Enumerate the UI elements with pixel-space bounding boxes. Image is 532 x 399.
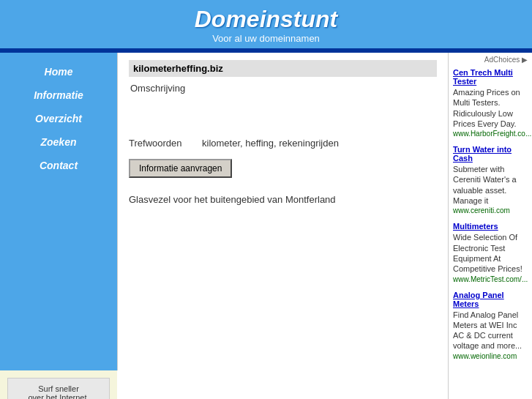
bottom-row: Surf sneller over het Internet. Download… <box>0 370 532 399</box>
ad-block-3: Analog Panel MetersFind Analog Panel Met… <box>453 291 528 360</box>
bottom-content: © Copyright 2011 RobEnde Internet Servic… <box>117 370 448 399</box>
ad-title-1[interactable]: Turn Water into Cash <box>453 145 528 163</box>
ad-text-2: Wide Selection Of Electronic Test Equipm… <box>453 232 528 274</box>
content-area: kilometerheffing.biz Omschrijving Trefwo… <box>117 53 448 370</box>
ad-text-0: Amazing Prices on Multi Testers. Ridicul… <box>453 87 528 129</box>
ad-title-3[interactable]: Analog Panel Meters <box>453 291 528 308</box>
bottom-left: Surf sneller over het Internet. Download… <box>0 370 117 399</box>
site-title: Domeinstunt <box>0 6 532 33</box>
ad-url-2[interactable]: www.MetricTest.com/... <box>453 275 528 283</box>
domain-title: kilometerheffing.biz <box>129 60 437 77</box>
ad-sidebar-bottom <box>448 370 532 399</box>
trefwoorden-label: Trefwoorden <box>129 138 187 149</box>
ad-block-2: MultimetersWide Selection Of Electronic … <box>453 222 528 283</box>
sidebar-item-contact[interactable]: Contact <box>0 154 117 177</box>
site-subtitle: Voor al uw domeinnamen <box>0 33 532 44</box>
sidebar-item-home[interactable]: Home <box>0 60 117 83</box>
sidebar-item-overzicht[interactable]: Overzicht <box>0 107 117 130</box>
firefox-line1: Surf sneller <box>38 384 79 393</box>
header: Domeinstunt Voor al uw domeinnamen <box>0 0 532 48</box>
ad-url-3[interactable]: www.weionline.com <box>453 352 528 360</box>
ad-block-1: Turn Water into CashSubmeter with Cereni… <box>453 145 528 215</box>
ad-sidebar: AdChoices ▶ Cen Trech Multi TesterAmazin… <box>448 53 532 370</box>
omschrijving-label: Omschrijving <box>129 83 437 94</box>
sidebar: Home Informatie Overzicht Zoeken Contact <box>0 53 117 370</box>
firefox-box: Surf sneller over het Internet. Download… <box>7 378 110 399</box>
sidebar-item-informatie[interactable]: Informatie <box>0 83 117 107</box>
ad-choices: AdChoices ▶ <box>453 56 528 64</box>
ad-url-1[interactable]: www.cereniti.com <box>453 206 528 215</box>
ad-text-3: Find Analog Panel Meters at WEI Inc AC &… <box>453 310 528 351</box>
ad-items-container: Cen Trech Multi TesterAmazing Prices on … <box>453 68 528 360</box>
ad-title-2[interactable]: Multimeters <box>453 222 528 231</box>
trefwoorden-row: Trefwoorden kilometer, heffing, rekening… <box>129 138 437 149</box>
trefwoorden-value: kilometer, heffing, rekeningrijden <box>202 138 339 149</box>
main-layout: Home Informatie Overzicht Zoeken Contact… <box>0 53 532 370</box>
ad-block-0: Cen Trech Multi TesterAmazing Prices on … <box>453 68 528 138</box>
sidebar-item-zoeken[interactable]: Zoeken <box>0 130 117 154</box>
ad-text-1: Submeter with Cereniti Water's a valuabl… <box>453 164 528 206</box>
ad-title-0[interactable]: Cen Trech Multi Tester <box>453 68 528 86</box>
firefox-line2: over het Internet. <box>28 393 89 399</box>
info-button[interactable]: Informatie aanvragen <box>129 159 232 178</box>
glasvezel-text: Glasvezel voor het buitengebied van Mont… <box>129 194 437 205</box>
ad-url-0[interactable]: www.HarborFreight.co... <box>453 130 528 138</box>
